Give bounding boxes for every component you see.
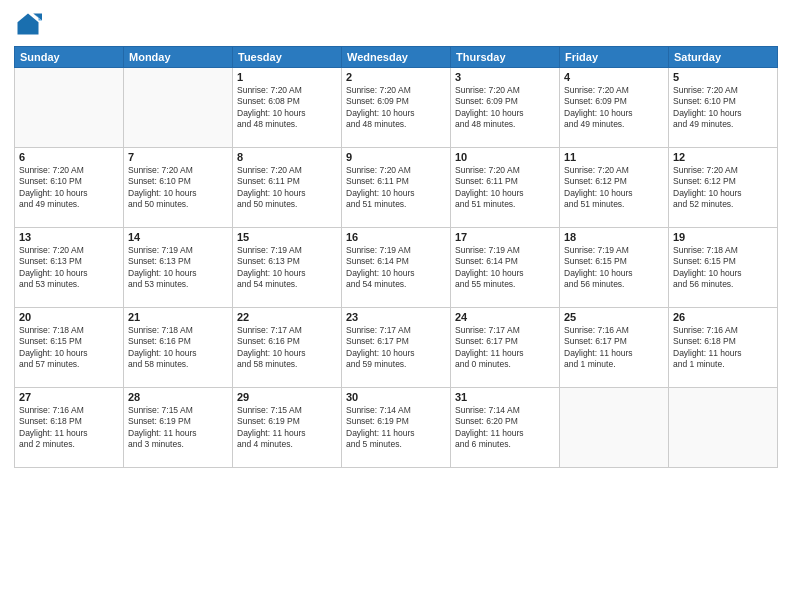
calendar-day-header: Friday (560, 47, 669, 68)
cell-content: Sunrise: 7:19 AM Sunset: 6:15 PM Dayligh… (564, 245, 664, 291)
calendar-cell: 29Sunrise: 7:15 AM Sunset: 6:19 PM Dayli… (233, 388, 342, 468)
calendar-day-header: Tuesday (233, 47, 342, 68)
day-number: 3 (455, 71, 555, 83)
svg-marker-0 (18, 14, 39, 35)
day-number: 20 (19, 311, 119, 323)
calendar-cell: 9Sunrise: 7:20 AM Sunset: 6:11 PM Daylig… (342, 148, 451, 228)
calendar-cell: 19Sunrise: 7:18 AM Sunset: 6:15 PM Dayli… (669, 228, 778, 308)
cell-content: Sunrise: 7:20 AM Sunset: 6:12 PM Dayligh… (564, 165, 664, 211)
cell-content: Sunrise: 7:20 AM Sunset: 6:13 PM Dayligh… (19, 245, 119, 291)
day-number: 12 (673, 151, 773, 163)
cell-content: Sunrise: 7:14 AM Sunset: 6:20 PM Dayligh… (455, 405, 555, 451)
calendar-cell: 14Sunrise: 7:19 AM Sunset: 6:13 PM Dayli… (124, 228, 233, 308)
calendar-week-row: 6Sunrise: 7:20 AM Sunset: 6:10 PM Daylig… (15, 148, 778, 228)
calendar-week-row: 13Sunrise: 7:20 AM Sunset: 6:13 PM Dayli… (15, 228, 778, 308)
cell-content: Sunrise: 7:18 AM Sunset: 6:15 PM Dayligh… (673, 245, 773, 291)
calendar-cell (560, 388, 669, 468)
calendar-cell (124, 68, 233, 148)
day-number: 21 (128, 311, 228, 323)
calendar-cell: 2Sunrise: 7:20 AM Sunset: 6:09 PM Daylig… (342, 68, 451, 148)
day-number: 9 (346, 151, 446, 163)
calendar-header-row: SundayMondayTuesdayWednesdayThursdayFrid… (15, 47, 778, 68)
cell-content: Sunrise: 7:15 AM Sunset: 6:19 PM Dayligh… (128, 405, 228, 451)
cell-content: Sunrise: 7:18 AM Sunset: 6:16 PM Dayligh… (128, 325, 228, 371)
day-number: 17 (455, 231, 555, 243)
day-number: 13 (19, 231, 119, 243)
calendar-day-header: Thursday (451, 47, 560, 68)
calendar-cell: 12Sunrise: 7:20 AM Sunset: 6:12 PM Dayli… (669, 148, 778, 228)
cell-content: Sunrise: 7:18 AM Sunset: 6:15 PM Dayligh… (19, 325, 119, 371)
cell-content: Sunrise: 7:17 AM Sunset: 6:17 PM Dayligh… (455, 325, 555, 371)
calendar-cell: 23Sunrise: 7:17 AM Sunset: 6:17 PM Dayli… (342, 308, 451, 388)
calendar-cell: 3Sunrise: 7:20 AM Sunset: 6:09 PM Daylig… (451, 68, 560, 148)
calendar-cell: 4Sunrise: 7:20 AM Sunset: 6:09 PM Daylig… (560, 68, 669, 148)
cell-content: Sunrise: 7:20 AM Sunset: 6:11 PM Dayligh… (455, 165, 555, 211)
day-number: 4 (564, 71, 664, 83)
cell-content: Sunrise: 7:20 AM Sunset: 6:10 PM Dayligh… (673, 85, 773, 131)
cell-content: Sunrise: 7:20 AM Sunset: 6:09 PM Dayligh… (346, 85, 446, 131)
day-number: 26 (673, 311, 773, 323)
day-number: 16 (346, 231, 446, 243)
day-number: 28 (128, 391, 228, 403)
day-number: 7 (128, 151, 228, 163)
calendar-cell: 5Sunrise: 7:20 AM Sunset: 6:10 PM Daylig… (669, 68, 778, 148)
day-number: 23 (346, 311, 446, 323)
calendar-cell: 15Sunrise: 7:19 AM Sunset: 6:13 PM Dayli… (233, 228, 342, 308)
day-number: 11 (564, 151, 664, 163)
cell-content: Sunrise: 7:19 AM Sunset: 6:13 PM Dayligh… (237, 245, 337, 291)
calendar-week-row: 27Sunrise: 7:16 AM Sunset: 6:18 PM Dayli… (15, 388, 778, 468)
calendar-cell: 21Sunrise: 7:18 AM Sunset: 6:16 PM Dayli… (124, 308, 233, 388)
calendar-cell: 30Sunrise: 7:14 AM Sunset: 6:19 PM Dayli… (342, 388, 451, 468)
cell-content: Sunrise: 7:16 AM Sunset: 6:18 PM Dayligh… (673, 325, 773, 371)
cell-content: Sunrise: 7:20 AM Sunset: 6:09 PM Dayligh… (564, 85, 664, 131)
calendar-cell: 25Sunrise: 7:16 AM Sunset: 6:17 PM Dayli… (560, 308, 669, 388)
calendar-cell: 13Sunrise: 7:20 AM Sunset: 6:13 PM Dayli… (15, 228, 124, 308)
day-number: 27 (19, 391, 119, 403)
calendar-cell: 31Sunrise: 7:14 AM Sunset: 6:20 PM Dayli… (451, 388, 560, 468)
calendar-cell: 18Sunrise: 7:19 AM Sunset: 6:15 PM Dayli… (560, 228, 669, 308)
day-number: 8 (237, 151, 337, 163)
calendar-cell: 8Sunrise: 7:20 AM Sunset: 6:11 PM Daylig… (233, 148, 342, 228)
day-number: 19 (673, 231, 773, 243)
calendar-cell: 16Sunrise: 7:19 AM Sunset: 6:14 PM Dayli… (342, 228, 451, 308)
calendar-day-header: Monday (124, 47, 233, 68)
calendar-cell: 7Sunrise: 7:20 AM Sunset: 6:10 PM Daylig… (124, 148, 233, 228)
calendar-week-row: 1Sunrise: 7:20 AM Sunset: 6:08 PM Daylig… (15, 68, 778, 148)
calendar-cell: 27Sunrise: 7:16 AM Sunset: 6:18 PM Dayli… (15, 388, 124, 468)
calendar-cell: 22Sunrise: 7:17 AM Sunset: 6:16 PM Dayli… (233, 308, 342, 388)
day-number: 6 (19, 151, 119, 163)
day-number: 10 (455, 151, 555, 163)
calendar-cell: 10Sunrise: 7:20 AM Sunset: 6:11 PM Dayli… (451, 148, 560, 228)
day-number: 5 (673, 71, 773, 83)
cell-content: Sunrise: 7:19 AM Sunset: 6:14 PM Dayligh… (346, 245, 446, 291)
calendar-cell: 20Sunrise: 7:18 AM Sunset: 6:15 PM Dayli… (15, 308, 124, 388)
calendar-day-header: Saturday (669, 47, 778, 68)
calendar-cell (15, 68, 124, 148)
day-number: 25 (564, 311, 664, 323)
calendar-day-header: Sunday (15, 47, 124, 68)
day-number: 29 (237, 391, 337, 403)
day-number: 2 (346, 71, 446, 83)
day-number: 22 (237, 311, 337, 323)
cell-content: Sunrise: 7:15 AM Sunset: 6:19 PM Dayligh… (237, 405, 337, 451)
cell-content: Sunrise: 7:20 AM Sunset: 6:10 PM Dayligh… (19, 165, 119, 211)
cell-content: Sunrise: 7:20 AM Sunset: 6:08 PM Dayligh… (237, 85, 337, 131)
day-number: 31 (455, 391, 555, 403)
cell-content: Sunrise: 7:20 AM Sunset: 6:10 PM Dayligh… (128, 165, 228, 211)
calendar-cell: 24Sunrise: 7:17 AM Sunset: 6:17 PM Dayli… (451, 308, 560, 388)
cell-content: Sunrise: 7:16 AM Sunset: 6:17 PM Dayligh… (564, 325, 664, 371)
calendar-cell: 26Sunrise: 7:16 AM Sunset: 6:18 PM Dayli… (669, 308, 778, 388)
cell-content: Sunrise: 7:19 AM Sunset: 6:13 PM Dayligh… (128, 245, 228, 291)
cell-content: Sunrise: 7:16 AM Sunset: 6:18 PM Dayligh… (19, 405, 119, 451)
calendar-cell: 28Sunrise: 7:15 AM Sunset: 6:19 PM Dayli… (124, 388, 233, 468)
calendar-week-row: 20Sunrise: 7:18 AM Sunset: 6:15 PM Dayli… (15, 308, 778, 388)
calendar-cell: 6Sunrise: 7:20 AM Sunset: 6:10 PM Daylig… (15, 148, 124, 228)
calendar-cell: 17Sunrise: 7:19 AM Sunset: 6:14 PM Dayli… (451, 228, 560, 308)
day-number: 14 (128, 231, 228, 243)
day-number: 1 (237, 71, 337, 83)
cell-content: Sunrise: 7:17 AM Sunset: 6:17 PM Dayligh… (346, 325, 446, 371)
calendar-cell: 11Sunrise: 7:20 AM Sunset: 6:12 PM Dayli… (560, 148, 669, 228)
cell-content: Sunrise: 7:17 AM Sunset: 6:16 PM Dayligh… (237, 325, 337, 371)
day-number: 30 (346, 391, 446, 403)
calendar-day-header: Wednesday (342, 47, 451, 68)
